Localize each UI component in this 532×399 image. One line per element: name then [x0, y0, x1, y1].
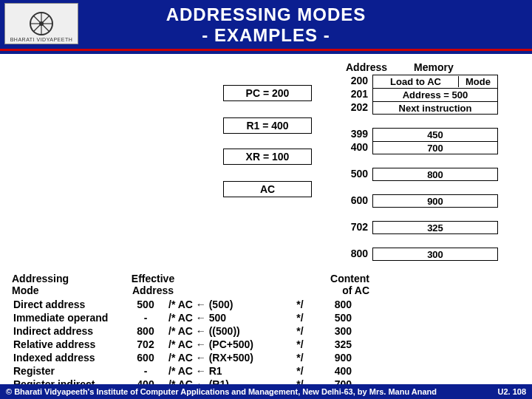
memory-address: 200: [340, 75, 372, 88]
mode-row: Indirect address800/* AC ← ((500))*/300: [12, 324, 353, 338]
slide-title-line1: ADDRESSING MODES: [0, 4, 532, 25]
memory-row: 201Address = 500: [340, 88, 498, 101]
mode-row: Direct address500/* AC ← (500)*/800: [12, 298, 353, 311]
mode-rule-end: */: [293, 338, 307, 351]
modes-hdr-c4b: of AC: [312, 284, 369, 296]
memory-address: 800: [340, 248, 372, 261]
modes-hdr-c1b: Mode: [12, 284, 124, 296]
mode-name: Immediate operand: [12, 311, 124, 324]
mode-rule-end: */: [293, 324, 307, 338]
memory-address: 600: [340, 194, 372, 208]
opcode-field: Load to AC: [373, 76, 459, 87]
mode-content-ac: 500: [307, 311, 353, 324]
mode-ea: -: [124, 364, 167, 378]
mode-rule-end: */: [293, 298, 307, 311]
memory-cell: Address = 500: [372, 88, 498, 101]
mode-row: Relative address702/* AC ← (PC+500)*/325: [12, 338, 353, 351]
memory-address: 201: [340, 88, 372, 101]
modes-hdr-c2b: Address: [124, 284, 182, 296]
mode-row: Register-/* AC ← R1*/400: [12, 364, 353, 378]
memory-cell: 900: [372, 194, 498, 208]
logo: BHARATI VIDYAPEETH: [4, 3, 78, 44]
mode-content-ac: 400: [307, 364, 353, 378]
memory-cell: 300: [372, 248, 498, 261]
mode-ea: 800: [124, 324, 167, 338]
memory-row: 500800: [340, 168, 498, 181]
title-bar: BHARATI VIDYAPEETH ADDRESSING MODES - EX…: [0, 0, 532, 54]
modes-hdr-c1a: Addressing: [12, 273, 124, 284]
memory-row: 702325: [340, 221, 498, 234]
mode-content-ac: 800: [307, 298, 353, 311]
memory-address: 500: [340, 168, 372, 181]
memory-row: 600900: [340, 194, 498, 208]
memory-row: 202Next instruction: [340, 101, 498, 115]
footer-slide-number: U2. 108: [497, 387, 526, 396]
slide-content: Address Memory PC = 200 R1 = 400 XR = 10…: [0, 54, 532, 379]
memory-row: 400700: [340, 141, 498, 154]
mode-ea: -: [124, 311, 167, 324]
memory-address: 202: [340, 101, 372, 115]
mode-rule: /* AC ← ((500)): [167, 324, 293, 338]
mode-ea: 702: [124, 338, 167, 351]
footer: © Bharati Vidyapeeth's Institute of Comp…: [0, 384, 532, 399]
mode-rule: /* AC ← (RX+500): [167, 351, 293, 364]
mode-content-ac: 325: [307, 338, 353, 351]
memory-row: 399450: [340, 128, 498, 141]
mode-row: Indexed address600/* AC ← (RX+500)*/900: [12, 351, 353, 364]
memory-cell: 325: [372, 221, 498, 234]
mode-field: Mode: [459, 76, 497, 87]
mode-ea: 500: [124, 298, 167, 311]
mode-rule-end: */: [293, 311, 307, 324]
mode-name: Indexed address: [12, 351, 124, 364]
logo-text: BHARATI VIDYAPEETH: [10, 37, 73, 42]
mode-rule-end: */: [293, 351, 307, 364]
mode-rule: /* AC ← 500: [167, 311, 293, 324]
ac-register: AC: [223, 181, 312, 197]
memory-table: 200Load to ACMode201Address = 500202Next…: [340, 75, 498, 261]
mode-rule: /* AC ← (PC+500): [167, 338, 293, 351]
header-address: Address: [346, 61, 387, 73]
memory-row: 800300: [340, 248, 498, 261]
memory-address: 400: [340, 141, 372, 154]
mode-rule: /* AC ← R1: [167, 364, 293, 378]
r1-register: R1 = 400: [223, 117, 312, 134]
emblem-icon: [28, 10, 55, 37]
memory-row: 200Load to ACMode: [340, 75, 498, 88]
memory-cell: Load to ACMode: [372, 75, 498, 88]
mode-name: Register: [12, 364, 124, 378]
xr-register: XR = 100: [223, 149, 312, 165]
title-underline: [0, 49, 532, 51]
mode-name: Relative address: [12, 338, 124, 351]
mode-name: Direct address: [12, 298, 124, 311]
mode-content-ac: 300: [307, 324, 353, 338]
mode-ea: 600: [124, 351, 167, 364]
header-memory: Memory: [414, 61, 454, 73]
modes-hdr-c4a: Content: [312, 273, 369, 284]
footer-copyright: © Bharati Vidyapeeth's Institute of Comp…: [6, 387, 437, 396]
modes-table: Addressing Mode Effective Address Conten…: [12, 273, 369, 399]
memory-address: 399: [340, 128, 372, 141]
memory-cell: 800: [372, 168, 498, 181]
mode-rule-end: */: [293, 364, 307, 378]
memory-cell: 700: [372, 141, 498, 154]
slide-title-line2: - EXAMPLES -: [0, 25, 532, 46]
mode-rule: /* AC ← (500): [167, 298, 293, 311]
modes-hdr-c2a: Effective: [124, 273, 182, 284]
memory-cell: Next instruction: [372, 101, 498, 115]
pc-register: PC = 200: [223, 85, 312, 101]
mode-row: Immediate operand-/* AC ← 500*/500: [12, 311, 353, 324]
mode-content-ac: 900: [307, 351, 353, 364]
mode-name: Indirect address: [12, 324, 124, 338]
memory-address: 702: [340, 221, 372, 234]
memory-cell: 450: [372, 128, 498, 141]
